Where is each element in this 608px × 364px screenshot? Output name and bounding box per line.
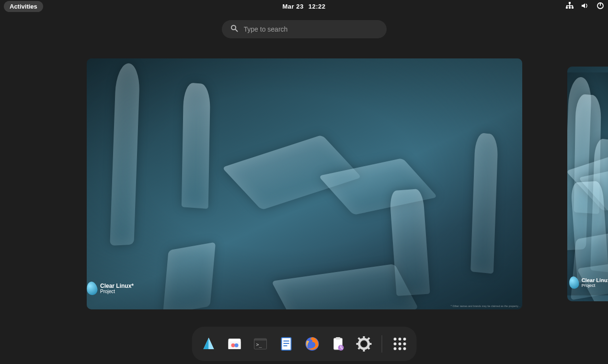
svg-rect-2	[569, 7, 571, 9]
search-input[interactable]	[244, 25, 378, 33]
wallpaper	[87, 58, 522, 309]
svg-rect-1	[566, 7, 568, 9]
svg-rect-7	[569, 5, 570, 7]
workspace-thumbnail-2[interactable]: Clear Linux* Project	[567, 67, 608, 301]
dash-separator	[381, 335, 382, 353]
system-tray[interactable]	[566, 2, 604, 11]
software-center-icon[interactable]	[226, 336, 242, 352]
overview-search[interactable]	[222, 20, 387, 38]
clipboard-icon[interactable]	[330, 336, 346, 352]
svg-rect-0	[569, 2, 571, 4]
drop-icon	[87, 281, 98, 296]
time-label: 12:22	[309, 3, 326, 10]
date-label: Mar 23	[283, 3, 304, 10]
svg-point-19	[234, 343, 238, 347]
brand-sub: Project	[582, 283, 608, 288]
svg-rect-21	[254, 339, 266, 341]
files-app-icon[interactable]	[200, 336, 217, 352]
activities-button[interactable]: Activities	[4, 1, 43, 12]
svg-rect-36	[356, 343, 359, 345]
svg-rect-10	[600, 2, 601, 6]
svg-rect-6	[566, 5, 567, 7]
svg-rect-35	[363, 349, 365, 352]
search-icon	[230, 24, 238, 34]
brand-sub: Project	[100, 289, 134, 294]
svg-line-12	[235, 29, 238, 32]
text-editor-icon[interactable]	[278, 336, 294, 352]
top-bar: Activities Mar 23 12:22	[0, 0, 608, 13]
svg-point-42	[362, 342, 366, 346]
svg-rect-30	[335, 337, 340, 340]
svg-marker-15	[208, 338, 214, 349]
svg-rect-3	[572, 7, 574, 9]
trademark-footnote: * Other names and brands may be claimed …	[451, 305, 520, 307]
svg-rect-8	[572, 5, 573, 7]
svg-text:>_: >_	[256, 342, 262, 348]
power-icon	[597, 2, 604, 11]
app-grid-icon	[393, 338, 406, 350]
brand-name: Clear Linux*	[100, 283, 134, 289]
svg-rect-34	[363, 336, 365, 339]
svg-rect-37	[368, 343, 371, 345]
show-applications-button[interactable]	[391, 336, 408, 352]
drop-icon	[568, 276, 580, 290]
svg-rect-4	[569, 4, 570, 5]
network-wired-icon	[566, 2, 574, 11]
wallpaper	[567, 72, 608, 296]
clock-button[interactable]: Mar 23 12:22	[283, 3, 326, 10]
firefox-icon[interactable]	[304, 336, 320, 352]
svg-marker-14	[203, 338, 208, 349]
workspace-thumbnail-1[interactable]: Clear Linux* Project * Other names and b…	[87, 58, 522, 309]
terminal-icon[interactable]: >_	[252, 336, 268, 352]
settings-icon[interactable]	[356, 336, 372, 352]
dash: >_	[192, 327, 416, 361]
distro-logo: Clear Linux* Project	[569, 276, 608, 289]
svg-point-18	[231, 343, 235, 347]
brand-name: Clear Linux*	[582, 277, 608, 284]
volume-icon	[581, 2, 589, 11]
workspace-switcher: Clear Linux* Project * Other names and b…	[0, 58, 608, 309]
distro-logo: Clear Linux* Project	[87, 282, 134, 295]
